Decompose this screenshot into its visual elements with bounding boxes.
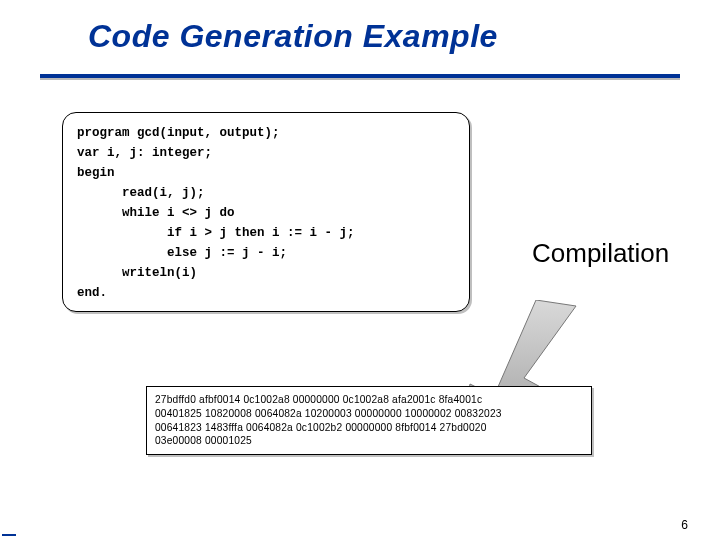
code-line: while i <> j do	[77, 203, 455, 223]
hex-row: 00641823 1483fffa 0064082a 0c1002b2 0000…	[155, 421, 583, 435]
slide-title: Code Generation Example	[88, 18, 498, 55]
machine-code-box: 27bdffd0 afbf0014 0c1002a8 00000000 0c10…	[146, 386, 592, 455]
code-line: program gcd(input, output);	[77, 123, 455, 143]
compilation-label: Compilation	[532, 238, 669, 269]
code-line: writeln(i)	[77, 263, 455, 283]
title-underline-shadow	[40, 78, 680, 80]
hex-row: 27bdffd0 afbf0014 0c1002a8 00000000 0c10…	[155, 393, 583, 407]
code-line: begin	[77, 163, 455, 183]
code-line: var i, j: integer;	[77, 143, 455, 163]
code-line: end.	[77, 283, 455, 303]
code-line: else j := j - i;	[77, 243, 455, 263]
slide: Code Generation Example program gcd(inpu…	[0, 0, 720, 540]
hex-row: 03e00008 00001025	[155, 434, 583, 448]
source-code-box: program gcd(input, output); var i, j: in…	[62, 112, 470, 312]
hex-row: 00401825 10820008 0064082a 10200003 0000…	[155, 407, 583, 421]
corner-accent	[2, 534, 16, 536]
page-number: 6	[681, 518, 688, 532]
code-line: read(i, j);	[77, 183, 455, 203]
code-line: if i > j then i := i - j;	[77, 223, 455, 243]
